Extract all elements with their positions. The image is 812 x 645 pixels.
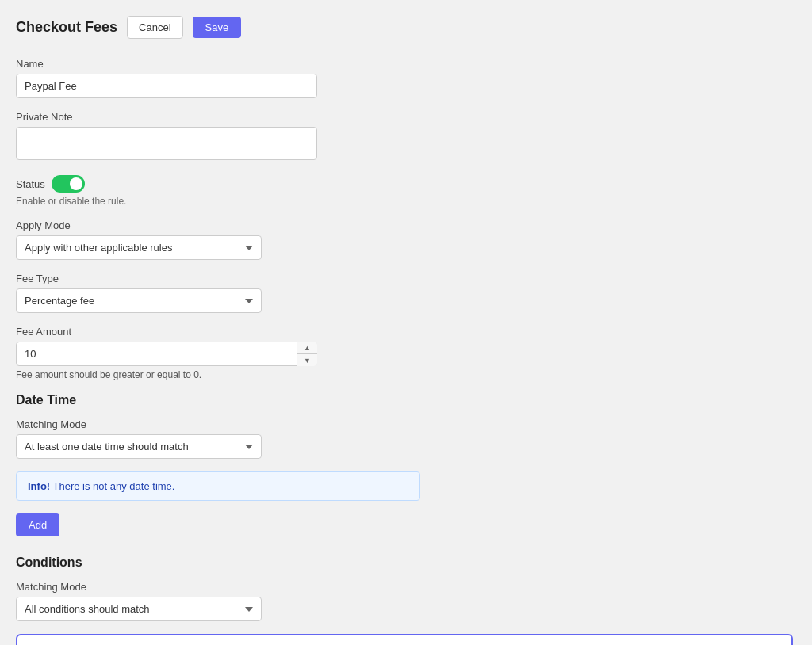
apply-mode-label: Apply Mode <box>16 219 796 231</box>
name-label: Name <box>16 58 796 70</box>
page-title: Checkout Fees <box>16 19 117 36</box>
status-section: Status Enable or disable the rule. <box>16 175 796 207</box>
condition-card: Payment method Cart total Selected Not s… <box>16 634 793 645</box>
fee-spinner-down[interactable]: ▼ <box>297 354 317 366</box>
fee-amount-label: Fee Amount <box>16 326 796 338</box>
fee-spinners: ▲ ▼ <box>297 342 317 366</box>
conditions-section-title: Conditions <box>16 555 796 570</box>
fee-amount-hint: Fee amount should be greater or equal to… <box>16 369 796 380</box>
apply-mode-select[interactable]: Apply with other applicable rules Apply … <box>16 235 262 260</box>
conditions-matching-mode-section: Matching Mode All conditions should matc… <box>16 581 796 621</box>
datetime-section-title: Date Time <box>16 393 796 407</box>
datetime-matching-mode-select[interactable]: At least one date time should match All … <box>16 434 262 459</box>
apply-mode-section: Apply Mode Apply with other applicable r… <box>16 219 796 260</box>
info-text: There is not any date time. <box>53 480 175 492</box>
info-prefix: Info! <box>28 480 50 492</box>
save-button[interactable]: Save <box>193 17 242 38</box>
fee-type-label: Fee Type <box>16 273 796 284</box>
name-section: Name <box>16 58 796 98</box>
private-note-input[interactable] <box>16 127 317 160</box>
datetime-matching-mode-label: Matching Mode <box>16 418 796 430</box>
private-note-label: Private Note <box>16 111 796 123</box>
fee-amount-section: Fee Amount ▲ ▼ Fee amount should be grea… <box>16 326 796 380</box>
datetime-info-box: Info! There is not any date time. <box>16 471 420 501</box>
toggle-knob <box>70 177 82 190</box>
page-header: Checkout Fees Cancel Save <box>16 16 796 39</box>
fee-amount-wrapper: ▲ ▼ <box>16 342 317 366</box>
status-hint: Enable or disable the rule. <box>16 196 796 207</box>
status-toggle[interactable] <box>52 175 85 193</box>
fee-type-select[interactable]: Percentage fee Fixed fee <box>16 288 262 313</box>
name-input[interactable] <box>16 74 317 98</box>
fee-type-section: Fee Type Percentage fee Fixed fee <box>16 273 796 313</box>
datetime-matching-mode-section: Matching Mode At least one date time sho… <box>16 418 796 459</box>
cancel-button[interactable]: Cancel <box>127 16 182 39</box>
fee-spinner-up[interactable]: ▲ <box>297 342 317 354</box>
conditions-matching-mode-select[interactable]: All conditions should match At least one… <box>16 597 262 621</box>
datetime-add-button[interactable]: Add <box>16 513 59 536</box>
status-label: Status <box>16 178 45 190</box>
fee-amount-input[interactable] <box>16 342 317 366</box>
private-note-section: Private Note <box>16 111 796 162</box>
conditions-matching-mode-label: Matching Mode <box>16 581 796 593</box>
